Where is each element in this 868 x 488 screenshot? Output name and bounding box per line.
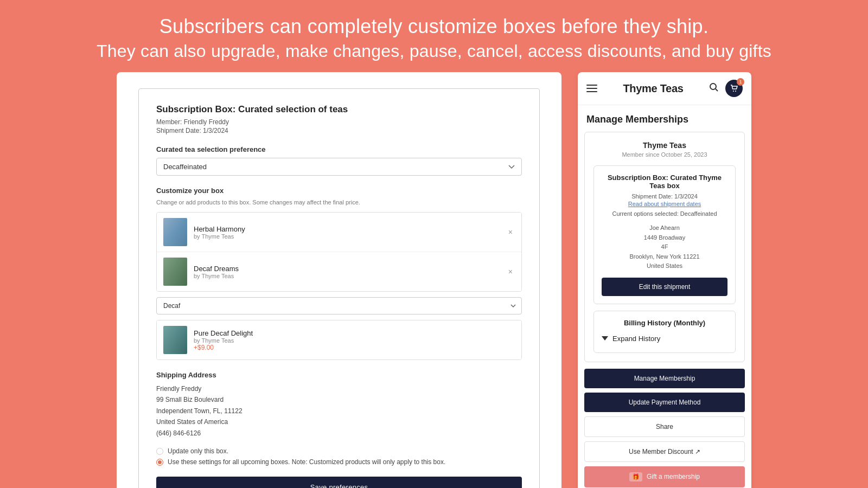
update-payment-button[interactable]: Update Payment Method bbox=[584, 393, 745, 412]
shipment-card-date: Shipment Date: 1/3/2024 bbox=[602, 193, 727, 200]
membership-card: Thyme Teas Member since October 25, 2023… bbox=[584, 132, 745, 362]
shipping-address: Friendly Freddy 99 Small Biz Boulevard I… bbox=[156, 383, 522, 439]
decaf-category-dropdown[interactable]: Decaf bbox=[156, 297, 522, 314]
edit-shipment-button[interactable]: Edit this shipment bbox=[602, 278, 727, 296]
radio-dot-2[interactable] bbox=[156, 459, 163, 466]
shipment-card-options: Current options selected: Decaffeinated bbox=[602, 210, 727, 217]
shipping-section: Shipping Address Friendly Freddy 99 Smal… bbox=[156, 371, 522, 488]
product-thumbnail-1 bbox=[163, 218, 187, 246]
header-icons: 1 bbox=[709, 80, 743, 97]
svg-line-1 bbox=[716, 89, 718, 91]
add-product-info: Pure Decaf Delight by Thyme Teas +$9.00 bbox=[194, 329, 515, 351]
product-thumbnail-2 bbox=[163, 258, 187, 286]
customize-subtitle: Change or add products to this box. Some… bbox=[156, 199, 522, 206]
product-item-2: Decaf Dreams by Thyme Teas × bbox=[157, 252, 521, 291]
subscription-title: Subscription Box: Curated selection of t… bbox=[156, 104, 522, 115]
radio-dot-1[interactable] bbox=[156, 448, 163, 455]
radio-use-settings: Use these settings for all upcoming boxe… bbox=[156, 458, 522, 466]
product-info-2: Decaf Dreams by Thyme Teas bbox=[194, 265, 506, 279]
svg-point-2 bbox=[733, 91, 734, 92]
search-icon[interactable] bbox=[709, 82, 719, 95]
add-product-item: Pure Decaf Delight by Thyme Teas +$9.00 bbox=[157, 320, 521, 359]
billing-title: Billing History (Monthly) bbox=[602, 319, 727, 327]
expand-history-row[interactable]: Expand History bbox=[602, 332, 727, 345]
svg-point-3 bbox=[735, 91, 736, 92]
radio-label-2: Use these settings for all upcoming boxe… bbox=[168, 458, 445, 466]
product-name-2: Decaf Dreams bbox=[194, 265, 506, 273]
add-product-price: +$9.00 bbox=[194, 344, 515, 351]
action-buttons: Manage Membership Update Payment Method … bbox=[578, 369, 751, 488]
tea-preference-label: Curated tea selection preference bbox=[156, 145, 522, 153]
shipment-address: Joe Ahearn 1449 Broadway 4F Brooklyn, Ne… bbox=[602, 223, 727, 271]
header-line2: They can also upgrade, make changes, pau… bbox=[33, 41, 835, 61]
product-name-1: Herbal Harmony bbox=[194, 225, 506, 233]
products-list: Herbal Harmony by Thyme Teas × Decaf Dre… bbox=[156, 212, 522, 292]
hamburger-menu-icon[interactable] bbox=[586, 85, 597, 92]
gift-icon: 🎁 bbox=[629, 472, 642, 481]
product-info-1: Herbal Harmony by Thyme Teas bbox=[194, 225, 506, 240]
radio-update-only: Update only this box. bbox=[156, 447, 522, 455]
store-name-header: Thyme Teas bbox=[623, 82, 683, 95]
member-since: Member since October 25, 2023 bbox=[593, 151, 736, 158]
share-button[interactable]: Share bbox=[584, 416, 745, 437]
product-by-1: by Thyme Teas bbox=[194, 233, 506, 240]
billing-card: Billing History (Monthly) Expand History bbox=[593, 311, 736, 353]
member-info: Member: Friendly Freddy bbox=[156, 118, 522, 126]
radio-label-1: Update only this box. bbox=[168, 447, 228, 455]
addr-line1: 1449 Broadway bbox=[644, 234, 685, 241]
header-line1: Subscribers can completely customize box… bbox=[33, 15, 835, 38]
gift-membership-button[interactable]: 🎁 Gift a membership bbox=[584, 466, 745, 487]
manage-membership-button[interactable]: Manage Membership bbox=[584, 369, 745, 388]
add-product-name: Pure Decaf Delight bbox=[194, 329, 515, 337]
expand-history-triangle-icon bbox=[602, 336, 608, 341]
shipment-card-link[interactable]: Read about shipment dates bbox=[602, 201, 727, 207]
product-by-2: by Thyme Teas bbox=[194, 273, 506, 279]
panels-container: Subscription Box: Curated selection of t… bbox=[0, 72, 868, 488]
cart-badge: 1 bbox=[737, 78, 744, 86]
member-discount-button[interactable]: Use Member Discount ↗ bbox=[584, 441, 745, 462]
left-inner-card: Subscription Box: Curated selection of t… bbox=[138, 88, 540, 488]
add-product-list: Pure Decaf Delight by Thyme Teas +$9.00 bbox=[156, 320, 522, 360]
right-panel: Thyme Teas 1 Manage Memberships bbox=[578, 72, 751, 488]
radio-group: Update only this box. Use these settings… bbox=[156, 447, 522, 466]
shipping-label: Shipping Address bbox=[156, 371, 522, 379]
shipment-card-title: Subscription Box: Curated Thyme Teas box bbox=[602, 174, 727, 190]
product-remove-2[interactable]: × bbox=[506, 265, 515, 278]
tea-preference-dropdown[interactable]: Decaffeinated bbox=[156, 158, 522, 176]
add-product-thumbnail bbox=[163, 326, 187, 354]
header-section: Subscribers can completely customize box… bbox=[0, 0, 868, 72]
left-panel: Subscription Box: Curated selection of t… bbox=[117, 72, 561, 488]
shipment-card: Subscription Box: Curated Thyme Teas box… bbox=[593, 165, 736, 304]
expand-history-label: Expand History bbox=[612, 335, 660, 343]
customize-box-section: Customize your box Change or add product… bbox=[156, 187, 522, 360]
shipment-date: Shipment Date: 1/3/2024 bbox=[156, 127, 522, 134]
addr-name: Joe Ahearn bbox=[649, 224, 680, 231]
mobile-header: Thyme Teas 1 bbox=[578, 72, 751, 105]
addr-line4: United States bbox=[647, 262, 682, 269]
manage-memberships-title: Manage Memberships bbox=[578, 105, 751, 132]
cart-icon[interactable]: 1 bbox=[725, 80, 743, 97]
product-remove-1[interactable]: × bbox=[506, 226, 515, 239]
addr-line2: 4F bbox=[661, 243, 668, 250]
product-item: Herbal Harmony by Thyme Teas × bbox=[157, 213, 521, 252]
svg-point-0 bbox=[710, 84, 716, 89]
save-preferences-button[interactable]: Save preferences bbox=[156, 477, 522, 488]
membership-store-name: Thyme Teas bbox=[593, 141, 736, 150]
addr-line3: Brooklyn, New York 11221 bbox=[629, 253, 699, 260]
gift-btn-label: Gift a membership bbox=[647, 473, 700, 480]
add-product-by: by Thyme Teas bbox=[194, 337, 515, 344]
customize-box-label: Customize your box bbox=[156, 187, 522, 195]
